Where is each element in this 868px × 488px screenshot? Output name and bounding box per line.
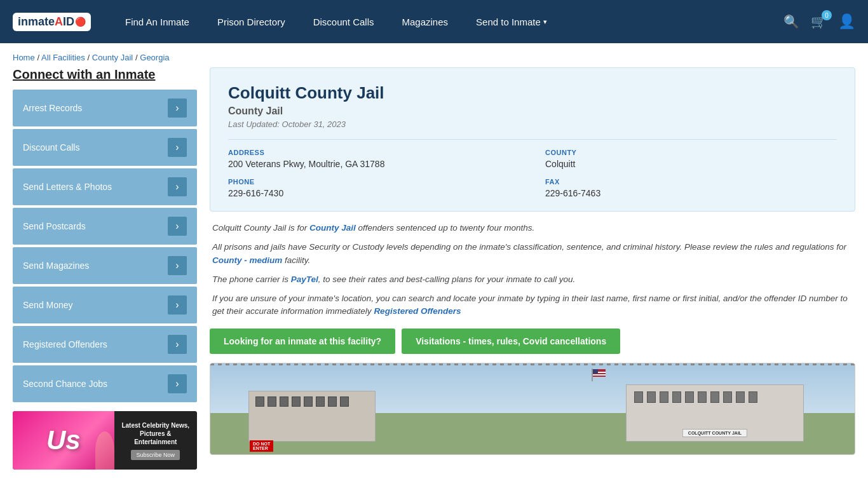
facility-image: COLQUITT COUNTY JAIL DO NOTENTER	[210, 363, 855, 455]
visitation-button[interactable]: Visitations - times, rules, Covid cancel…	[402, 329, 620, 354]
facility-sign: COLQUITT COUNTY JAIL	[682, 429, 747, 437]
sidebar-item-send-letters[interactable]: Send Letters & Photos ›	[13, 168, 197, 205]
ad-us-logo: Us	[46, 425, 81, 456]
sidebar-item-send-postcards[interactable]: Send Postcards ›	[13, 208, 197, 245]
main-container: Connect with an Inmate Arrest Records › …	[0, 67, 868, 482]
facility-name: Colquitt County Jail	[228, 83, 837, 103]
paytel-link[interactable]: PayTel	[291, 274, 318, 284]
sidebar-item-label: Send Postcards	[23, 221, 86, 231]
county-value: Colquitt	[545, 159, 837, 169]
chevron-right-icon: ›	[168, 138, 187, 157]
header: inmateAID 🔴 Find An Inmate Prison Direct…	[0, 0, 868, 43]
phone-group: PHONE 229-616-7430	[228, 178, 520, 198]
description-area: Colquitt County Jail is for County Jail …	[210, 222, 855, 318]
nav-find-inmate[interactable]: Find An Inmate	[111, 0, 203, 43]
phone-value: 229-616-7430	[228, 188, 520, 198]
chevron-right-icon: ›	[168, 335, 187, 354]
advertisement: Us Latest Celebrity News, Pictures & Ent…	[13, 411, 197, 470]
address-label: ADDRESS	[228, 149, 520, 156]
nav-magazines[interactable]: Magazines	[388, 0, 463, 43]
registered-offenders-link[interactable]: Registered Offenders	[374, 306, 461, 316]
facility-details: ADDRESS 200 Veterans Pkwy, Moultrie, GA …	[228, 139, 837, 198]
sidebar-item-discount-calls[interactable]: Discount Calls ›	[13, 129, 197, 166]
fax-label: FAX	[545, 178, 837, 186]
sidebar-item-label: Send Letters & Photos	[23, 182, 112, 192]
desc-2: All prisons and jails have Security or C…	[212, 241, 853, 267]
facility-type: County Jail	[228, 105, 837, 117]
sidebar-item-label: Send Magazines	[23, 261, 89, 271]
county-label: COUNTY	[545, 149, 837, 156]
nav-discount-calls[interactable]: Discount Calls	[299, 0, 388, 43]
desc-1: Colquitt County Jail is for County Jail …	[212, 222, 853, 234]
action-buttons: Looking for an inmate at this facility? …	[210, 329, 855, 354]
chevron-right-icon: ›	[168, 177, 187, 196]
user-icon[interactable]: 👤	[838, 13, 855, 30]
main-nav: Find An Inmate Prison Directory Discount…	[111, 0, 783, 43]
desc-4: If you are unsure of your inmate's locat…	[212, 292, 853, 318]
sidebar-item-label: Registered Offenders	[23, 339, 107, 349]
sidebar-item-send-magazines[interactable]: Send Magazines ›	[13, 247, 197, 284]
breadcrumb: Home / All Facilities / County Jail / Ge…	[0, 43, 868, 67]
cart-badge: 0	[822, 10, 832, 20]
address-group: ADDRESS 200 Veterans Pkwy, Moultrie, GA …	[228, 149, 520, 169]
chevron-right-icon: ›	[168, 256, 187, 275]
cart-icon[interactable]: 🛒0	[811, 14, 827, 29]
breadcrumb-all-facilities[interactable]: All Facilities	[41, 53, 85, 62]
facility-updated: Last Updated: October 31, 2023	[228, 119, 837, 129]
flag-svg	[591, 369, 610, 381]
phone-label: PHONE	[228, 178, 520, 186]
detail-col-right: COUNTY Colquitt FAX 229-616-7463	[545, 149, 837, 198]
svg-rect-4	[593, 369, 598, 374]
sidebar-title: Connect with an Inmate	[13, 67, 197, 82]
sidebar-item-label: Second Chance Jobs	[23, 379, 107, 389]
chevron-right-icon: ›	[168, 98, 187, 118]
sidebar-item-arrest-records[interactable]: Arrest Records ›	[13, 90, 197, 126]
sidebar: Connect with an Inmate Arrest Records › …	[13, 67, 197, 470]
logo[interactable]: inmateAID 🔴	[13, 13, 92, 31]
chevron-right-icon: ›	[168, 374, 187, 393]
looking-for-inmate-button[interactable]: Looking for an inmate at this facility?	[210, 329, 395, 354]
sidebar-item-label: Arrest Records	[23, 103, 82, 113]
detail-col-left: ADDRESS 200 Veterans Pkwy, Moultrie, GA …	[228, 149, 520, 198]
chevron-right-icon: ›	[168, 295, 187, 315]
ad-subscribe-button[interactable]: Subscribe Now	[131, 450, 180, 460]
svg-rect-3	[593, 374, 606, 376]
sidebar-item-label: Send Money	[23, 300, 73, 310]
sidebar-item-second-chance-jobs[interactable]: Second Chance Jobs ›	[13, 365, 197, 402]
search-icon[interactable]: 🔍	[783, 14, 799, 29]
county-group: COUNTY Colquitt	[545, 149, 837, 169]
chevron-right-icon: ›	[168, 217, 187, 236]
header-icons: 🔍 🛒0 👤	[783, 13, 855, 30]
content-area: Colquitt County Jail County Jail Last Up…	[210, 67, 855, 455]
facility-card: Colquitt County Jail County Jail Last Up…	[210, 67, 855, 212]
ad-title: Latest Celebrity News, Pictures & Entert…	[119, 421, 193, 446]
nav-prison-directory[interactable]: Prison Directory	[203, 0, 299, 43]
desc-3: The phone carrier is PayTel, to see thei…	[212, 273, 853, 286]
county-jail-link[interactable]: County Jail	[309, 223, 356, 233]
breadcrumb-state[interactable]: Georgia	[140, 53, 169, 62]
sidebar-item-label: Discount Calls	[23, 142, 79, 152]
breadcrumb-home[interactable]: Home	[13, 53, 35, 62]
nav-send-to-inmate[interactable]: Send to Inmate▾	[462, 0, 561, 43]
fax-group: FAX 229-616-7463	[545, 178, 837, 198]
breadcrumb-county-jail[interactable]: County Jail	[92, 53, 133, 62]
fax-value: 229-616-7463	[545, 188, 837, 198]
sidebar-item-send-money[interactable]: Send Money ›	[13, 287, 197, 323]
address-value: 200 Veterans Pkwy, Moultrie, GA 31788	[228, 159, 520, 169]
sidebar-item-registered-offenders[interactable]: Registered Offenders ›	[13, 326, 197, 363]
county-medium-link[interactable]: County - medium	[212, 255, 282, 265]
